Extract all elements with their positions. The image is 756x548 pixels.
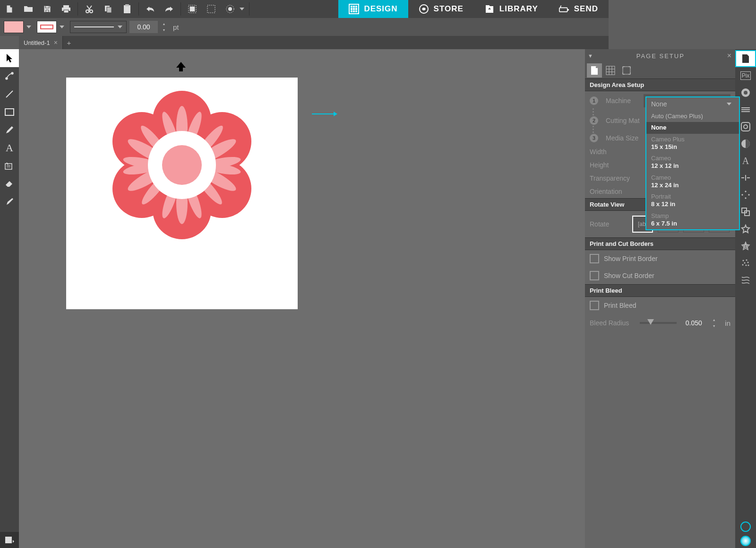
page-tab-icon[interactable]	[587, 63, 602, 78]
transparency-label: Transparency	[590, 174, 609, 182]
svg-rect-7	[124, 5, 130, 13]
new-file-icon[interactable]	[0, 0, 19, 18]
orientation-label: Orientation	[590, 188, 609, 195]
select-tool-icon[interactable]	[0, 49, 19, 67]
tab-store[interactable]: STORE	[408, 0, 474, 18]
canvas-area[interactable]	[19, 49, 609, 441]
rotate-label: Rotate	[590, 220, 609, 228]
print-bleed-label: Print Bleed	[604, 302, 609, 309]
document-tab[interactable]: Untitled-1 ×	[19, 36, 63, 49]
print-cut-header: Print and Cut Borders	[585, 237, 609, 250]
show-cut-border-checkbox[interactable]	[590, 271, 599, 280]
svg-line-29	[6, 91, 13, 97]
svg-rect-25	[559, 8, 567, 11]
svg-point-27	[6, 78, 8, 79]
page-setup-panel: ▼ PAGE SETUP × Design Area Setup 1 Machi…	[585, 49, 609, 441]
design-canvas[interactable]	[66, 78, 298, 309]
svg-rect-23	[355, 10, 357, 12]
tab-library[interactable]: LIBRARY	[474, 0, 549, 18]
svg-point-13	[228, 7, 232, 11]
machine-label: Machine	[606, 97, 609, 104]
grid-tab-icon[interactable]	[603, 63, 609, 78]
fill-color-swatch[interactable]	[4, 21, 24, 33]
svg-rect-8	[125, 4, 129, 6]
flower-shape[interactable]	[102, 85, 262, 245]
stroke-width-input[interactable]	[129, 21, 158, 33]
panel-tab-bar	[585, 62, 609, 78]
height-label: Height	[590, 161, 609, 169]
document-tab-label: Untitled-1	[24, 39, 50, 46]
fill-dropdown-icon[interactable]	[26, 26, 31, 28]
undo-icon[interactable]	[141, 0, 160, 18]
deselect-icon[interactable]	[202, 0, 221, 18]
bleed-radius-label: Bleed Radius	[590, 319, 609, 327]
cut-icon[interactable]	[80, 0, 99, 18]
line-dropdown-icon[interactable]	[60, 26, 64, 28]
tab-library-label: LIBRARY	[499, 4, 538, 14]
notes-tool-icon[interactable]	[0, 157, 19, 175]
add-tab-button[interactable]: +	[63, 36, 75, 49]
text-tool-icon[interactable]: A	[0, 139, 19, 157]
show-cut-label: Show Cut Border	[604, 272, 609, 279]
print-bleed-checkbox[interactable]	[590, 301, 599, 310]
tab-send-label: SEND	[574, 4, 598, 14]
svg-point-61	[162, 145, 202, 185]
rectangle-tool-icon[interactable]	[0, 103, 19, 121]
tab-design[interactable]: DESIGN	[338, 0, 408, 18]
collapse-icon[interactable]: ▼	[588, 53, 594, 59]
print-icon[interactable]	[57, 0, 76, 18]
svg-rect-20	[355, 8, 357, 10]
svg-rect-2	[64, 10, 69, 13]
feed-direction-icon	[175, 61, 187, 73]
eraser-tool-icon[interactable]	[0, 175, 19, 193]
paste-icon[interactable]	[118, 0, 137, 18]
svg-rect-18	[351, 8, 352, 10]
design-area-header: Design Area Setup	[585, 78, 609, 91]
step-2-badge: 2	[590, 116, 598, 125]
svg-rect-15	[351, 6, 352, 8]
save-icon[interactable]	[38, 0, 57, 18]
main-toolbar: DESIGN STORE LIBRARY SEND	[0, 0, 609, 18]
svg-rect-21	[351, 10, 352, 12]
svg-rect-10	[190, 7, 195, 11]
svg-rect-31	[5, 164, 12, 169]
step-1-badge: 1	[590, 96, 598, 105]
svg-rect-30	[5, 109, 14, 115]
left-toolbar: A	[0, 49, 19, 441]
dropdown-icon[interactable]	[240, 8, 244, 10]
annotation-arrow-icon	[312, 111, 337, 117]
step-3-badge: 3	[590, 134, 598, 142]
tab-design-label: DESIGN	[364, 4, 397, 14]
select-all-icon[interactable]	[183, 0, 202, 18]
show-print-border-checkbox[interactable]	[590, 254, 599, 263]
svg-point-26	[567, 9, 569, 10]
svg-rect-22	[353, 10, 355, 12]
close-tab-icon[interactable]: ×	[54, 39, 58, 46]
design-icon	[349, 4, 359, 14]
knife-tool-icon[interactable]	[0, 193, 19, 211]
line-tool-icon[interactable]	[0, 85, 19, 103]
print-bleed-header: Print Bleed	[585, 284, 609, 297]
document-tab-bar: Untitled-1 × +	[19, 36, 609, 49]
svg-rect-16	[353, 6, 355, 8]
copy-icon[interactable]	[99, 0, 118, 18]
media-size-label: Media Size	[606, 134, 609, 142]
redo-icon[interactable]	[160, 0, 179, 18]
line-color-swatch[interactable]	[37, 21, 57, 33]
style-toolbar: ▲▼ pt	[0, 18, 609, 36]
color-picker-toolbar-icon[interactable]	[221, 0, 240, 18]
draw-tool-icon[interactable]	[0, 121, 19, 139]
store-icon	[419, 4, 429, 14]
tab-send[interactable]: SEND	[549, 0, 609, 18]
cutting-mat-label: Cutting Mat	[606, 117, 609, 124]
library-icon	[484, 4, 495, 14]
panel-title: PAGE SETUP	[594, 52, 609, 60]
svg-point-28	[11, 72, 13, 74]
edit-points-icon[interactable]	[0, 67, 19, 85]
rotate-view-header: Rotate View	[585, 198, 609, 211]
open-file-icon[interactable]	[19, 0, 38, 18]
send-icon	[559, 4, 569, 14]
svg-rect-17	[355, 6, 357, 8]
stroke-width-spinner[interactable]: ▲▼	[161, 21, 167, 33]
line-style-select[interactable]	[70, 21, 127, 33]
